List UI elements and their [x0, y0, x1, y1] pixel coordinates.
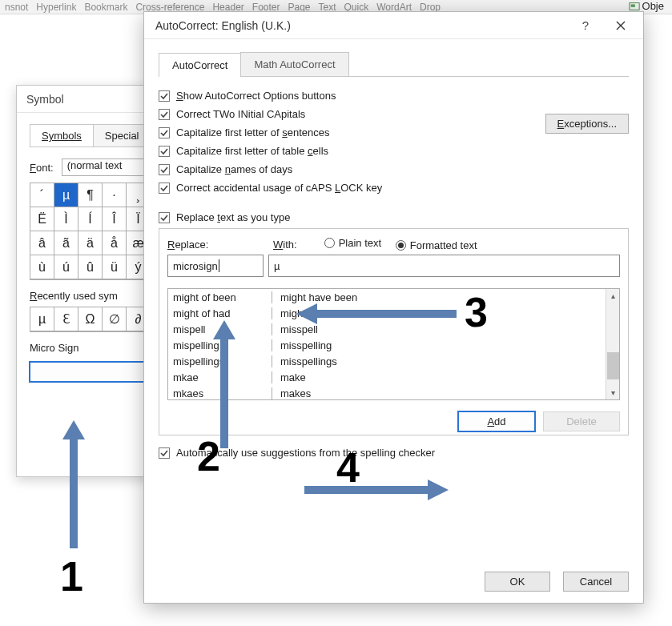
autocorrect-tabs: AutoCorrect Math AutoCorrect: [159, 52, 629, 77]
checkbox-label: Capitalize names of days: [176, 163, 292, 175]
check-icon: [160, 110, 168, 118]
radio-plain-text[interactable]: Plain text: [324, 237, 381, 249]
radio-formatted-text[interactable]: Formatted text: [396, 239, 477, 251]
check-icon: [160, 147, 168, 155]
autocorrect-dialog: AutoCorrect: English (U.K.) ? AutoCorrec…: [143, 11, 644, 604]
grid-cell-selected[interactable]: µ: [54, 183, 78, 207]
exceptions-button[interactable]: Exceptions...: [545, 114, 629, 134]
grid-cell[interactable]: ä: [78, 231, 103, 255]
with-label: With:: [273, 239, 297, 251]
help-button[interactable]: ?: [568, 14, 603, 38]
autocorrect-entries-list[interactable]: might of beenmight have been might of ha…: [167, 288, 620, 400]
annotation-number-1: 1: [60, 552, 83, 600]
checkbox-label: Automatically use suggestions from the s…: [176, 447, 435, 459]
checkbox-replace-as-you-type[interactable]: Replace text as you type: [159, 211, 629, 223]
checkbox-label: Capitalize first letter of sentences: [176, 126, 329, 138]
check-icon: [160, 166, 168, 174]
list-scrollbar[interactable]: ▴ ▾: [606, 289, 619, 399]
checkbox-show-options[interactable]: Show AutoCorrect Options buttons: [159, 90, 629, 102]
with-input[interactable]: µ: [268, 255, 620, 277]
scroll-down-icon[interactable]: ▾: [607, 386, 619, 399]
grid-cell[interactable]: Ë: [30, 207, 54, 231]
checkbox-spelling-suggestions[interactable]: Automatically use suggestions from the s…: [159, 447, 629, 459]
checkbox-label: Correct TWo INitial CApitals: [176, 108, 305, 120]
grid-cell[interactable]: û: [78, 255, 103, 279]
replace-input[interactable]: microsign: [167, 255, 264, 277]
replace-group: Replace: With: Plain text Formatted text…: [159, 228, 629, 435]
scroll-thumb[interactable]: [607, 352, 619, 379]
checkbox-label: Capitalize first letter of table cells: [176, 145, 328, 157]
delete-button: Delete: [543, 411, 620, 431]
checkbox-capitalize-table-cells[interactable]: Capitalize first letter of table cells: [159, 145, 629, 157]
checkbox-caps-lock[interactable]: Correct accidental usage of cAPS LOCK ke…: [159, 182, 629, 194]
recent-cell[interactable]: Ɛ: [54, 307, 78, 331]
autocorrect-titlebar: AutoCorrect: English (U.K.) ?: [144, 12, 643, 39]
grid-cell[interactable]: ´: [30, 183, 54, 207]
grid-cell[interactable]: ·: [103, 183, 127, 207]
check-icon: [160, 92, 168, 100]
scroll-up-icon[interactable]: ▴: [607, 289, 619, 303]
add-button[interactable]: Add: [458, 411, 535, 431]
list-item[interactable]: mkaesmakes: [168, 385, 619, 400]
grid-cell[interactable]: â: [30, 231, 54, 255]
replace-label: Replace:: [167, 239, 256, 251]
tab-symbols[interactable]: Symbols: [30, 124, 94, 146]
recent-cell[interactable]: ∅: [103, 307, 127, 331]
list-item[interactable]: mkaemake: [168, 369, 619, 385]
recent-cell[interactable]: µ: [30, 307, 54, 331]
tab-math-autocorrect[interactable]: Math AutoCorrect: [240, 52, 348, 76]
check-icon: [160, 184, 168, 192]
grid-cell[interactable]: ù: [30, 255, 54, 279]
svg-rect-1: [630, 4, 634, 7]
ok-button[interactable]: OK: [485, 572, 550, 592]
checkbox-label: Correct accidental usage of cAPS LOCK ke…: [176, 182, 382, 194]
grid-cell[interactable]: ã: [54, 231, 78, 255]
grid-cell[interactable]: å: [103, 231, 127, 255]
checkbox-label: Show AutoCorrect Options buttons: [176, 90, 336, 102]
list-item[interactable]: might of hadmight have had: [168, 305, 619, 321]
grid-cell[interactable]: ü: [103, 255, 127, 279]
list-item[interactable]: might of beenmight have been: [168, 289, 619, 305]
object-icon: [629, 1, 640, 12]
close-icon: [616, 21, 626, 30]
grid-cell[interactable]: Í: [78, 207, 103, 231]
object-button[interactable]: Obje: [629, 0, 664, 12]
check-icon: [160, 214, 168, 222]
check-icon: [160, 129, 168, 137]
list-item[interactable]: mispellmisspell: [168, 321, 619, 337]
checkbox-capitalize-days[interactable]: Capitalize names of days: [159, 163, 629, 175]
checkbox-label: Replace text as you type: [176, 211, 290, 223]
cancel-button[interactable]: Cancel: [563, 572, 629, 592]
tab-autocorrect[interactable]: AutoCorrect: [159, 53, 241, 77]
list-item[interactable]: mispellingmisspelling: [168, 337, 619, 353]
grid-cell[interactable]: ú: [54, 255, 78, 279]
grid-cell[interactable]: Ì: [54, 207, 78, 231]
font-label: Font:: [30, 162, 54, 174]
grid-cell[interactable]: ¶: [78, 183, 103, 207]
tab-special-characters[interactable]: Special: [93, 124, 151, 146]
close-button[interactable]: [603, 14, 638, 38]
list-item[interactable]: mispellingsmisspellings: [168, 353, 619, 369]
check-icon: [160, 449, 168, 457]
dialog-title: AutoCorrect: English (U.K.): [155, 19, 568, 32]
grid-cell[interactable]: Î: [103, 207, 127, 231]
recent-cell[interactable]: Ω: [78, 307, 103, 331]
